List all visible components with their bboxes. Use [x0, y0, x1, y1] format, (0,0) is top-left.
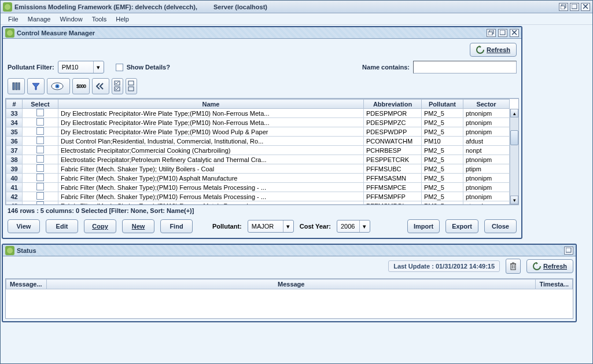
show-details-checkbox[interactable]: [116, 64, 123, 71]
scroll-up-icon[interactable]: ▴: [510, 109, 518, 117]
table-scrollbar[interactable]: ▴ ▾: [510, 109, 518, 204]
row-checkbox[interactable]: [36, 146, 44, 153]
row-checkbox[interactable]: [36, 137, 44, 144]
row-select-cell[interactable]: [23, 127, 58, 137]
scroll-down-icon[interactable]: ▾: [510, 196, 518, 204]
menu-help[interactable]: Help: [112, 14, 133, 24]
col-sector[interactable]: Sector: [463, 100, 510, 109]
row-checkbox[interactable]: [36, 201, 44, 204]
close-icon[interactable]: [581, 3, 590, 11]
deselect-all-tool-icon[interactable]: [126, 78, 137, 94]
reset-tool-icon[interactable]: [92, 78, 109, 94]
scroll-thumb[interactable]: [510, 130, 518, 145]
table-row[interactable]: 38Electrostatic Precipitator;Petroleum R…: [6, 155, 510, 164]
table-row[interactable]: 40Fabric Filter (Mech. Shaker Type);(PM1…: [6, 174, 510, 183]
status-maximize-icon[interactable]: [564, 247, 573, 255]
row-select-cell[interactable]: [23, 146, 58, 155]
cmm-close-icon[interactable]: [510, 29, 519, 37]
table-row[interactable]: 39Fabric Filter (Mech. Shaker Type); Uti…: [6, 164, 510, 174]
table-row[interactable]: 41Fabric Filter (Mech. Shaker Type);(PM1…: [6, 183, 510, 192]
row-name: Dry Electrostatic Precipitator-Wire Plat…: [58, 127, 364, 137]
name-contains-label: Name contains:: [362, 64, 410, 71]
columns-tool-icon[interactable]: [8, 78, 25, 94]
row-checkbox[interactable]: [36, 174, 44, 181]
row-select-cell[interactable]: [23, 201, 58, 205]
cost-tool-icon[interactable]: $000: [72, 78, 90, 94]
row-sector: afdust: [463, 137, 510, 146]
maximize-icon[interactable]: [570, 3, 579, 11]
svg-point-15: [57, 86, 58, 87]
row-name: Fabric Filter (Mech. Shaker Type); Utili…: [58, 164, 364, 174]
clear-status-button[interactable]: [506, 259, 521, 274]
row-select-cell[interactable]: [23, 137, 58, 146]
export-button[interactable]: Export: [445, 219, 478, 233]
costyear-combo[interactable]: 2006 ▾: [337, 220, 370, 233]
row-checkbox[interactable]: [36, 118, 44, 126]
trash-icon: [509, 262, 517, 271]
import-button[interactable]: Import: [407, 219, 440, 233]
table-row[interactable]: 37Electrostatic Precipitator;Commercial …: [6, 146, 510, 155]
row-abbr: PESPPETCRK: [364, 155, 422, 164]
row-checkbox[interactable]: [36, 164, 44, 172]
col-abbreviation[interactable]: Abbreviation: [364, 100, 422, 109]
table-row[interactable]: 42Fabric Filter (Mech. Shaker Type);(PM1…: [6, 192, 510, 201]
row-sector: ptnonipm: [463, 127, 510, 137]
menu-manage[interactable]: Manage: [24, 14, 55, 24]
table-row[interactable]: 35Dry Electrostatic Precipitator-Wire Pl…: [6, 127, 510, 137]
select-all-tool-icon[interactable]: [112, 78, 123, 94]
table-row[interactable]: 34Dry Electrostatic Precipitator-Wire Pl…: [6, 118, 510, 127]
status-col-message2[interactable]: Message: [47, 280, 536, 289]
row-select-cell[interactable]: [23, 109, 58, 118]
close-button[interactable]: Close: [484, 219, 517, 233]
col-name[interactable]: Name: [58, 100, 364, 109]
find-button[interactable]: Find: [160, 219, 193, 233]
status-col-message[interactable]: Message...: [6, 280, 47, 289]
cmm-restore-icon[interactable]: [487, 29, 496, 37]
row-checkbox[interactable]: [36, 155, 44, 163]
row-select-cell[interactable]: [23, 164, 58, 174]
copy-button[interactable]: Copy: [84, 219, 116, 233]
refresh-button[interactable]: Refresh: [470, 43, 517, 57]
menu-window[interactable]: Window: [56, 14, 87, 24]
status-table: Message... Message Timesta...: [5, 278, 573, 319]
edit-button[interactable]: Edit: [46, 219, 78, 233]
row-select-cell[interactable]: [23, 183, 58, 192]
pollutant-filter-combo[interactable]: PM10 ▾: [58, 61, 104, 73]
svg-rect-12: [19, 83, 20, 90]
col-select[interactable]: Select: [23, 100, 58, 109]
row-pollutant: PM2_5: [422, 192, 463, 201]
table-row[interactable]: 33Dry Electrostatic Precipitator-Wire Pl…: [6, 109, 510, 118]
svg-rect-10: [13, 83, 14, 90]
chevron-down-icon: ▾: [283, 220, 293, 232]
view-tool-icon[interactable]: [47, 78, 70, 94]
col-row[interactable]: #: [6, 100, 23, 109]
view-button[interactable]: View: [8, 219, 40, 233]
status-refresh-button[interactable]: Refresh: [526, 259, 573, 273]
table-row[interactable]: 43Fabric Filter (Mech. Shaker Type);(PM1…: [6, 201, 510, 205]
row-select-cell[interactable]: [23, 174, 58, 183]
row-sector: ptnonipm: [463, 174, 510, 183]
name-contains-input[interactable]: [413, 61, 517, 73]
menu-file[interactable]: File: [4, 14, 23, 24]
row-pollutant: PM2_5: [422, 155, 463, 164]
svg-rect-2: [572, 4, 577, 9]
menu-tools[interactable]: Tools: [88, 14, 111, 24]
restore-down-icon[interactable]: [559, 3, 568, 11]
row-sector: ptnonipm: [463, 192, 510, 201]
pollutant-combo[interactable]: MAJOR ▾: [248, 220, 294, 233]
new-button[interactable]: New: [122, 219, 154, 233]
table-row[interactable]: 36Dust Control Plan;Residential, Industr…: [6, 137, 510, 146]
row-checkbox[interactable]: [36, 109, 44, 116]
row-select-cell[interactable]: [23, 192, 58, 201]
row-name: Dust Control Plan;Residential, Industria…: [58, 137, 364, 146]
status-col-timestamp[interactable]: Timesta...: [536, 280, 573, 289]
row-checkbox[interactable]: [36, 183, 44, 190]
row-select-cell[interactable]: [23, 155, 58, 164]
row-name: Fabric Filter (Mech. Shaker Type);(PM10)…: [58, 201, 364, 205]
row-checkbox[interactable]: [36, 127, 44, 135]
cmm-maximize-icon[interactable]: [498, 29, 507, 37]
row-select-cell[interactable]: [23, 118, 58, 127]
row-checkbox[interactable]: [36, 192, 44, 200]
filter-tool-icon[interactable]: [27, 78, 45, 94]
col-pollutant[interactable]: Pollutant: [422, 100, 463, 109]
